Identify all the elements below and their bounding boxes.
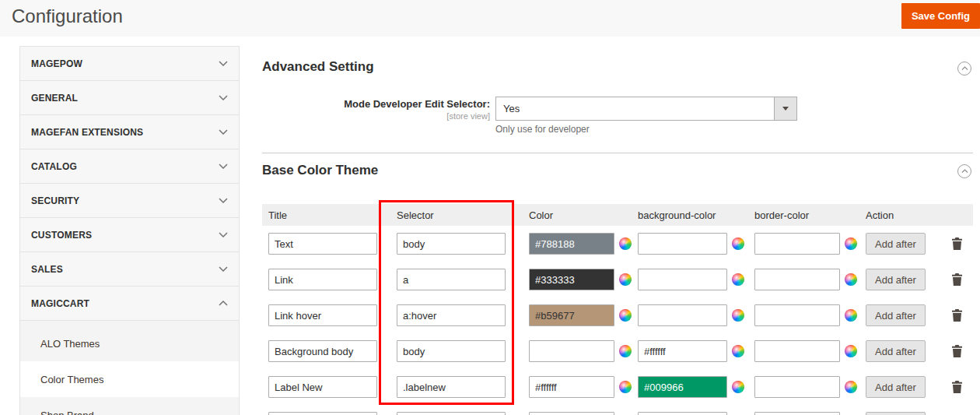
border-color-input[interactable] — [754, 376, 840, 398]
color-picker-icon[interactable] — [845, 345, 857, 357]
title-input[interactable] — [268, 412, 377, 415]
color-picker-icon[interactable] — [619, 309, 632, 322]
trash-icon[interactable] — [950, 343, 964, 359]
border-color-input[interactable] — [754, 269, 840, 290]
border-color-input[interactable] — [754, 233, 840, 255]
color-picker-icon[interactable] — [732, 381, 744, 393]
sidebar-item-label: CUSTOMERS — [31, 230, 92, 241]
trash-icon[interactable] — [950, 379, 964, 395]
field-label-block: Mode Developer Edit Selector: [store vie… — [262, 98, 490, 121]
table-row: Add after — [262, 297, 973, 333]
background-color-input[interactable] — [638, 340, 727, 362]
trash-icon[interactable] — [950, 272, 964, 287]
trash-icon[interactable] — [950, 236, 964, 251]
chevron-down-icon — [219, 164, 228, 169]
column-header-border-color: border-color — [748, 209, 859, 221]
color-picker-icon[interactable] — [845, 237, 857, 250]
chevron-down-icon — [219, 232, 228, 237]
title-input[interactable] — [268, 269, 377, 290]
background-color-input[interactable] — [638, 233, 727, 255]
color-input[interactable] — [529, 376, 614, 398]
color-picker-icon[interactable] — [732, 309, 744, 322]
select-value: Yes — [496, 97, 774, 120]
configuration-page: Configuration Save Config MAGEPOW GENERA… — [0, 0, 980, 415]
chevron-down-icon — [219, 129, 228, 135]
section-title-advanced-setting: Advanced Setting — [262, 59, 374, 75]
sidebar-item-sales[interactable]: SALES — [20, 252, 239, 287]
save-config-button[interactable]: Save Config — [901, 3, 980, 29]
background-color-input[interactable] — [638, 412, 727, 415]
background-color-input[interactable] — [638, 304, 727, 326]
trash-icon[interactable] — [950, 308, 964, 323]
color-picker-icon[interactable] — [732, 273, 744, 286]
color-picker-icon[interactable] — [619, 381, 632, 393]
select-arrow-icon — [774, 97, 796, 120]
column-header-action: Action — [859, 209, 941, 221]
border-color-input[interactable] — [754, 304, 840, 326]
sidebar-item-customers[interactable]: CUSTOMERS — [20, 218, 239, 252]
mode-developer-select[interactable]: Yes — [495, 97, 797, 121]
sidebar-item-general[interactable]: GENERAL — [20, 81, 239, 115]
sidebar-subitem-shop-brand[interactable]: Shop Brand — [20, 397, 239, 415]
field-label: Mode Developer Edit Selector: — [262, 98, 490, 110]
add-after-button[interactable]: Add after — [866, 412, 926, 415]
column-header-color: Color — [523, 209, 632, 221]
color-picker-icon[interactable] — [845, 309, 857, 322]
sidebar-item-magepow[interactable]: MAGEPOW — [20, 47, 239, 81]
sidebar-item-security[interactable]: SECURITY — [20, 184, 239, 218]
sidebar-item-label: MAGEPOW — [31, 58, 82, 69]
sidebar-item-magefan-extensions[interactable]: MAGEFAN EXTENSIONS — [20, 115, 239, 149]
color-input[interactable] — [529, 340, 614, 362]
chevron-down-icon — [219, 266, 228, 272]
sidebar-item-magiccart[interactable]: MAGICCART — [20, 287, 239, 321]
color-picker-icon[interactable] — [619, 237, 632, 250]
main-content: Advanced Setting Mode Developer Edit Sel… — [262, 46, 973, 415]
title-input[interactable] — [268, 233, 377, 255]
add-after-button[interactable]: Add after — [866, 376, 926, 398]
chevron-down-icon — [219, 198, 228, 203]
collapse-icon[interactable] — [957, 164, 971, 178]
border-color-input[interactable] — [754, 412, 840, 415]
color-input[interactable] — [529, 412, 614, 415]
selector-input[interactable] — [397, 269, 506, 290]
background-color-input[interactable] — [638, 269, 727, 290]
add-after-button[interactable]: Add after — [866, 304, 926, 326]
config-sidebar: MAGEPOW GENERAL MAGEFAN EXTENSIONS CATAL… — [19, 46, 240, 415]
title-input[interactable] — [268, 376, 377, 398]
add-after-button[interactable]: Add after — [866, 269, 926, 290]
color-picker-icon[interactable] — [619, 345, 632, 357]
add-after-button[interactable]: Add after — [866, 340, 926, 362]
section-title-base-color-theme: Base Color Theme — [262, 163, 378, 178]
background-color-input[interactable] — [638, 376, 727, 398]
field-note: Only use for developer — [495, 124, 590, 135]
table-header-row: Title Selector Color background-color bo… — [262, 204, 973, 226]
color-picker-icon[interactable] — [732, 237, 744, 250]
sidebar-item-label: SALES — [31, 264, 63, 275]
color-picker-icon[interactable] — [845, 381, 857, 393]
selector-input[interactable] — [397, 376, 506, 398]
sidebar-subitem-color-themes[interactable]: Color Themes — [20, 361, 239, 397]
sidebar-item-label: MAGICCART — [31, 298, 89, 309]
collapse-icon[interactable] — [957, 62, 971, 76]
add-after-button[interactable]: Add after — [866, 233, 926, 255]
table-row: Add after — [262, 369, 973, 405]
selector-input[interactable] — [397, 304, 506, 326]
magiccart-subnav: ALO Themes Color Themes Shop Brand — [20, 321, 239, 415]
title-input[interactable] — [268, 304, 377, 326]
title-input[interactable] — [268, 340, 377, 362]
selector-input[interactable] — [397, 233, 506, 255]
color-input[interactable] — [529, 233, 614, 255]
chevron-down-icon — [219, 95, 228, 100]
color-picker-icon[interactable] — [619, 273, 632, 286]
sidebar-item-catalog[interactable]: CATALOG — [20, 149, 239, 184]
color-input[interactable] — [529, 304, 614, 326]
column-header-title: Title — [262, 209, 390, 221]
border-color-input[interactable] — [754, 340, 840, 362]
sub-item-label: Color Themes — [40, 374, 103, 385]
selector-input[interactable] — [397, 340, 506, 362]
sidebar-subitem-alo-themes[interactable]: ALO Themes — [20, 325, 239, 361]
color-picker-icon[interactable] — [845, 273, 857, 286]
selector-input[interactable] — [397, 412, 506, 415]
color-input[interactable] — [529, 269, 614, 290]
color-picker-icon[interactable] — [732, 345, 744, 357]
